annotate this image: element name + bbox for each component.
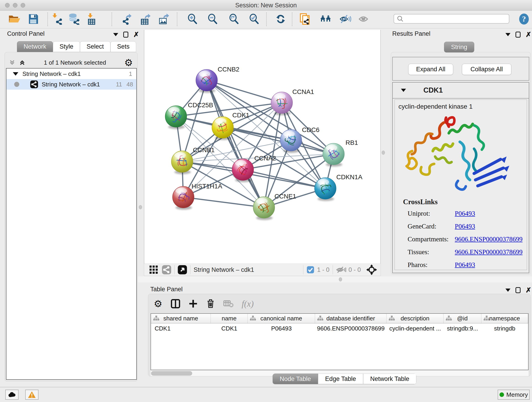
- crosslink-value[interactable]: P06493: [455, 210, 475, 217]
- add-column-icon[interactable]: [189, 299, 198, 308]
- export-network-icon[interactable]: [122, 13, 133, 25]
- svg-text:CDKN1A: CDKN1A: [336, 173, 362, 181]
- panel-float-icon[interactable]: [505, 33, 510, 36]
- expand-all-button[interactable]: Expand All: [408, 64, 453, 75]
- column-header-database-identifier[interactable]: database identifier: [315, 314, 386, 323]
- control-panel-buttons: ✗: [113, 32, 139, 38]
- table-cell[interactable]: P06493: [248, 323, 315, 333]
- zoom-in-icon[interactable]: [186, 13, 198, 25]
- warnings-button[interactable]: [25, 390, 38, 400]
- export-image-icon[interactable]: [159, 13, 171, 25]
- network-view-title: String Network – cdk1: [194, 266, 254, 274]
- collapse-all-button[interactable]: Collapse All: [462, 64, 511, 75]
- table-options-gear-icon[interactable]: ⚙: [154, 298, 162, 309]
- control-tab-select[interactable]: Select: [80, 41, 110, 52]
- selected-checkbox-icon[interactable]: [307, 266, 314, 274]
- import-table-icon[interactable]: [86, 13, 98, 25]
- help-button[interactable]: ?: [518, 13, 530, 25]
- column-header-namespace[interactable]: namespace: [481, 314, 528, 323]
- panel-close-icon[interactable]: ✗: [526, 32, 531, 38]
- memory-button[interactable]: Memory: [498, 390, 530, 400]
- cloud-button[interactable]: [5, 390, 19, 400]
- zoom-out-icon[interactable]: [206, 13, 218, 25]
- first-neighbors-icon[interactable]: [320, 13, 332, 25]
- import-network-icon[interactable]: [51, 13, 63, 25]
- panel-maximize-icon[interactable]: [515, 287, 520, 293]
- table-cell[interactable]: CDK1: [151, 323, 211, 333]
- table-cell[interactable]: 9606.ENSP00000378699: [315, 323, 386, 333]
- zoom-fit-icon[interactable]: [228, 13, 240, 25]
- node-table[interactable]: shared namenamecanonical namedatabase id…: [151, 313, 529, 370]
- open-file-icon[interactable]: [8, 13, 20, 25]
- crosslink-label: GeneCard:: [408, 223, 455, 230]
- tab-edge-table[interactable]: Edge Table: [318, 374, 363, 384]
- control-tab-sets[interactable]: Sets: [110, 41, 136, 52]
- birds-eye-icon[interactable]: [178, 265, 187, 274]
- expand-all-icon[interactable]: [19, 59, 26, 66]
- search-icon: [397, 15, 404, 22]
- application-window: Session: New Session ? Control Panel ✗ N…: [0, 0, 532, 402]
- vertical-splitter-handle[interactable]: [382, 151, 385, 155]
- control-tab-style[interactable]: Style: [53, 41, 80, 52]
- horizontal-splitter-handle[interactable]: [339, 277, 342, 281]
- import-network-database-icon[interactable]: [68, 13, 80, 25]
- delete-table-icon: [223, 300, 234, 308]
- network-options-gear-icon[interactable]: ⚙: [124, 57, 133, 68]
- toolbar-separator: [47, 12, 48, 26]
- fit-selected-icon[interactable]: [366, 264, 377, 275]
- network-share-icon[interactable]: [162, 265, 171, 274]
- svg-text:CCNB2: CCNB2: [218, 66, 239, 73]
- panel-float-icon[interactable]: [505, 288, 510, 292]
- table-cell[interactable]: stringdb: [481, 323, 528, 333]
- column-header-@id[interactable]: @id: [443, 314, 481, 323]
- table-cell[interactable]: CDK1: [211, 323, 248, 333]
- results-tab-string[interactable]: String: [444, 42, 474, 52]
- selected-counts: 1 - 0: [317, 266, 329, 274]
- gene-details: cyclin-dependent kinase 1: [394, 99, 527, 270]
- control-tab-network[interactable]: Network: [17, 41, 53, 52]
- table-cell[interactable]: cyclin-dependent ...: [386, 323, 443, 333]
- network-collection-row[interactable]: String Network – cdk1 1: [6, 69, 136, 79]
- svg-text:CDC6: CDC6: [302, 126, 319, 133]
- panel-float-icon[interactable]: [113, 33, 118, 36]
- save-session-icon[interactable]: [27, 13, 39, 25]
- zoom-selected-icon[interactable]: [248, 13, 260, 25]
- table-panel-buttons: ✗: [505, 287, 531, 293]
- table-type-tabs: Node TableEdge TableNetwork Table: [273, 374, 416, 384]
- collapse-all-icon[interactable]: [9, 59, 16, 66]
- refresh-icon[interactable]: [275, 13, 287, 25]
- table-cell[interactable]: stringdb:9...: [443, 323, 481, 333]
- tree-expander-icon[interactable]: [13, 72, 18, 76]
- network-canvas[interactable]: CCNB2CCNA1CDC25BCDK1CDC6RB1CCNB1CCNA2CDK…: [144, 30, 381, 264]
- network-status-dot: [14, 82, 19, 87]
- scrollbar-thumb[interactable]: [151, 371, 192, 376]
- crosslink-value[interactable]: 9606.ENSP00000378699: [455, 235, 523, 243]
- grid-view-icon[interactable]: [149, 265, 158, 274]
- column-header-name[interactable]: name: [211, 314, 248, 323]
- column-header-shared-name[interactable]: shared name: [151, 314, 211, 323]
- search-input[interactable]: [394, 14, 509, 24]
- network-row[interactable]: String Network – cdk1 11 48: [6, 79, 136, 89]
- tab-node-table[interactable]: Node Table: [273, 374, 318, 384]
- panel-maximize-icon[interactable]: [515, 32, 520, 38]
- crosslink-row: Compartments:9606.ENSP00000378699: [408, 235, 527, 243]
- export-table-icon[interactable]: [140, 13, 152, 25]
- crosslink-value[interactable]: 9606.ENSP00000378699: [455, 248, 523, 256]
- panel-close-icon[interactable]: ✗: [133, 32, 139, 38]
- section-collapse-icon[interactable]: [401, 89, 406, 92]
- tab-network-table[interactable]: Network Table: [363, 374, 417, 384]
- panel-maximize-icon[interactable]: [123, 32, 128, 38]
- clone-network-icon[interactable]: [299, 13, 311, 25]
- left-splitter-handle[interactable]: [139, 205, 142, 209]
- delete-column-icon[interactable]: [206, 299, 215, 309]
- panel-close-icon[interactable]: ✗: [526, 287, 531, 293]
- hide-selected-icon[interactable]: [339, 13, 351, 25]
- show-columns-icon[interactable]: [171, 299, 180, 308]
- column-header-description[interactable]: description: [386, 314, 443, 323]
- svg-text:CDC25B: CDC25B: [188, 102, 213, 109]
- horizontal-splitter[interactable]: [138, 276, 532, 282]
- crosslink-value[interactable]: P06493: [455, 261, 475, 269]
- column-header-canonical-name[interactable]: canonical name: [248, 314, 315, 323]
- crosslink-value[interactable]: P06493: [455, 223, 475, 230]
- gene-section-header[interactable]: CDK1: [393, 83, 529, 99]
